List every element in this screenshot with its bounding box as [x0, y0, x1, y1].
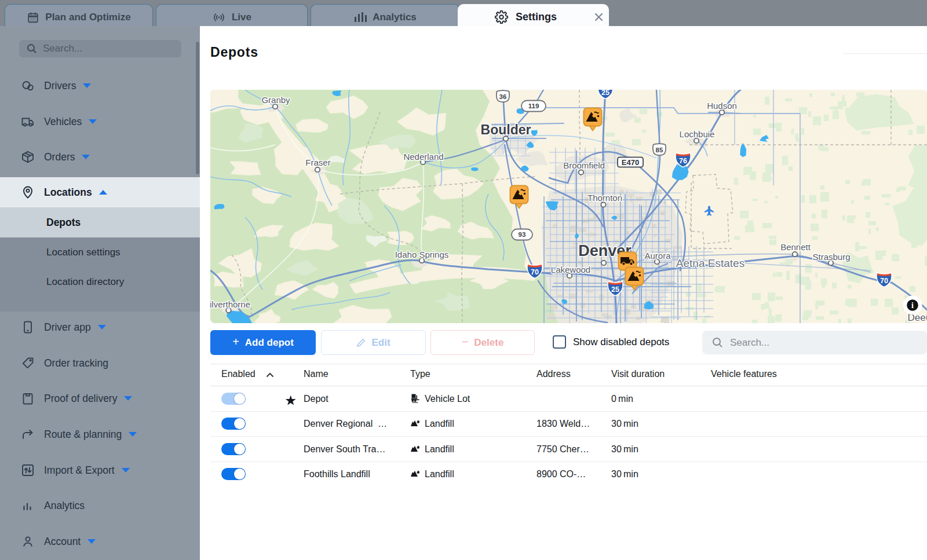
svg-text:Aetna Estates: Aetna Estates [676, 257, 744, 269]
svg-text:Idaho Springs: Idaho Springs [395, 250, 449, 259]
svg-text:Thornton: Thornton [587, 193, 622, 203]
svg-text:Bennett: Bennett [780, 242, 811, 252]
svg-text:Silverthorne: Silverthorne [210, 299, 250, 309]
svg-text:i: i [911, 301, 914, 310]
svg-text:Nederland: Nederland [403, 152, 443, 162]
svg-text:Strasburg: Strasburg [812, 252, 850, 262]
svg-text:25: 25 [611, 286, 619, 294]
svg-text:36: 36 [499, 93, 507, 100]
svg-text:E470: E470 [622, 158, 639, 167]
svg-text:85: 85 [656, 147, 663, 153]
svg-text:Granby: Granby [261, 95, 290, 105]
svg-text:Fraser: Fraser [305, 158, 330, 167]
svg-text:Lochbuie: Lochbuie [680, 129, 715, 139]
svg-text:Hudson: Hudson [707, 101, 737, 111]
svg-text:76: 76 [679, 157, 687, 165]
svg-text:Aurora: Aurora [644, 251, 671, 261]
svg-text:70: 70 [880, 277, 888, 285]
svg-text:93: 93 [519, 231, 526, 238]
svg-text:Boulder: Boulder [481, 122, 531, 137]
svg-text:25: 25 [601, 90, 610, 97]
svg-text:Lakewood: Lakewood [551, 265, 590, 274]
svg-text:119: 119 [528, 103, 539, 109]
svg-text:70: 70 [531, 268, 539, 276]
svg-text:Broomfield: Broomfield [563, 160, 605, 170]
